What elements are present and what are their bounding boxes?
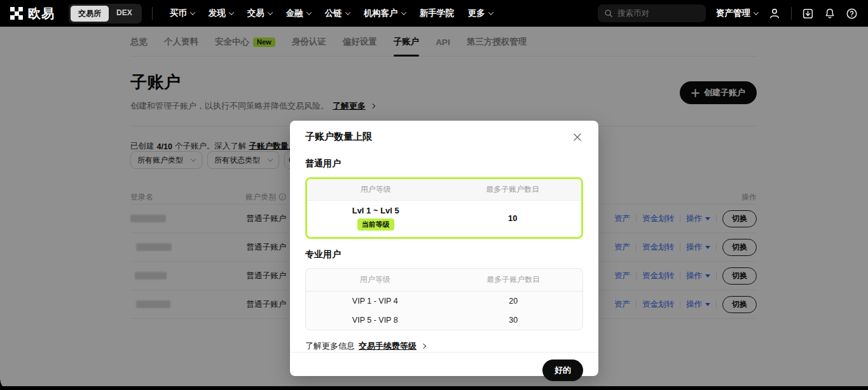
normal-user-heading: 普通用户 — [305, 158, 583, 170]
current-level-row: Lvl 1 ~ Lvl 5 当前等级 10 — [307, 201, 581, 237]
vip-row: VIP 5 - VIP 8 30 — [306, 311, 582, 330]
menu-buy-crypto[interactable]: 买币 — [170, 8, 195, 19]
toggle-dex[interactable]: DEX — [109, 6, 140, 22]
chevron-down-icon — [401, 10, 406, 15]
user-icon[interactable] — [768, 7, 781, 20]
level-range: Lvl 1 ~ Lvl 5 — [352, 206, 399, 215]
main-menu: 买币 发现 交易 金融 公链 机构客户 新手学院 更多 — [163, 8, 500, 19]
col-user-level: 用户等级 — [307, 179, 444, 200]
search-icon — [604, 9, 613, 18]
ok-button[interactable]: 好的 — [542, 360, 583, 381]
modal-note: 了解更多信息 交易手续费等级 — [305, 340, 583, 352]
normal-user-table: 用户等级 最多子账户数目 Lvl 1 ~ Lvl 5 当前等级 10 — [305, 177, 583, 239]
menu-chains[interactable]: 公链 — [325, 8, 350, 19]
normal-table-header: 用户等级 最多子账户数目 — [307, 179, 581, 201]
modal-title: 子账户数量上限 — [305, 131, 372, 143]
menu-finance[interactable]: 金融 — [286, 8, 311, 19]
brand-name: 欧易 — [28, 5, 55, 22]
exchange-dex-toggle: 交易所 DEX — [69, 4, 142, 24]
download-app-icon[interactable] — [802, 8, 814, 20]
menu-trade[interactable]: 交易 — [247, 8, 272, 19]
chevron-down-icon — [189, 10, 195, 15]
navbar-divider — [791, 7, 792, 20]
search-input[interactable] — [617, 9, 699, 18]
menu-discover[interactable]: 发现 — [209, 8, 233, 19]
subaccount-limit-modal: 子账户数量上限 普通用户 用户等级 最多子账户数目 Lvl 1 ~ Lvl 5 … — [290, 121, 598, 376]
max-subaccounts-value: 30 — [444, 311, 583, 330]
search-box[interactable] — [598, 4, 706, 22]
max-subaccounts-value: 20 — [444, 292, 583, 311]
pro-user-heading: 专业用户 — [305, 249, 583, 260]
top-navbar: 欧易 交易所 DEX 买币 发现 交易 金融 公链 机构客户 新手学院 更多 资… — [0, 0, 868, 27]
navbar-right: 资产管理 — [598, 4, 858, 22]
help-icon[interactable] — [846, 8, 858, 20]
window-bottom-edge — [0, 386, 868, 390]
chevron-right-icon — [421, 344, 426, 349]
col-max-subaccounts: 最多子账户数目 — [444, 269, 583, 291]
col-user-level: 用户等级 — [306, 269, 444, 291]
modal-body: 普通用户 用户等级 最多子账户数目 Lvl 1 ~ Lvl 5 当前等级 10 … — [290, 148, 598, 352]
chevron-down-icon — [488, 10, 493, 15]
navbar-divider — [152, 7, 153, 20]
chevron-down-icon — [306, 10, 311, 15]
chevron-down-icon — [267, 10, 272, 15]
chevron-down-icon — [754, 10, 759, 15]
bell-icon[interactable] — [824, 8, 836, 19]
toggle-exchange[interactable]: 交易所 — [71, 6, 109, 22]
chevron-down-icon — [228, 10, 233, 15]
current-level-badge: 当前等级 — [357, 219, 394, 231]
level-range: VIP 5 - VIP 8 — [306, 311, 444, 330]
okx-logo[interactable]: 欧易 — [10, 5, 55, 22]
menu-institutions[interactable]: 机构客户 — [364, 8, 406, 19]
pro-table-header: 用户等级 最多子账户数目 — [306, 269, 582, 292]
modal-header: 子账户数量上限 — [290, 121, 598, 148]
pro-user-table: 用户等级 最多子账户数目 VIP 1 - VIP 4 20 VIP 5 - VI… — [305, 268, 583, 330]
chevron-down-icon — [345, 10, 350, 15]
modal-footer: 好的 — [290, 352, 598, 390]
okx-grid-icon — [10, 7, 23, 20]
vip-row: VIP 1 - VIP 4 20 — [306, 292, 582, 311]
fee-tier-link[interactable]: 交易手续费等级 — [359, 340, 417, 352]
assets-management-menu[interactable]: 资产管理 — [716, 8, 758, 19]
menu-academy[interactable]: 新手学院 — [420, 8, 454, 19]
menu-more[interactable]: 更多 — [468, 8, 493, 19]
close-icon[interactable] — [572, 131, 583, 143]
level-range: VIP 1 - VIP 4 — [306, 292, 444, 311]
col-max-subaccounts: 最多子账户数目 — [444, 179, 582, 200]
max-subaccounts-value: 10 — [508, 213, 517, 223]
window-corner — [0, 380, 10, 390]
